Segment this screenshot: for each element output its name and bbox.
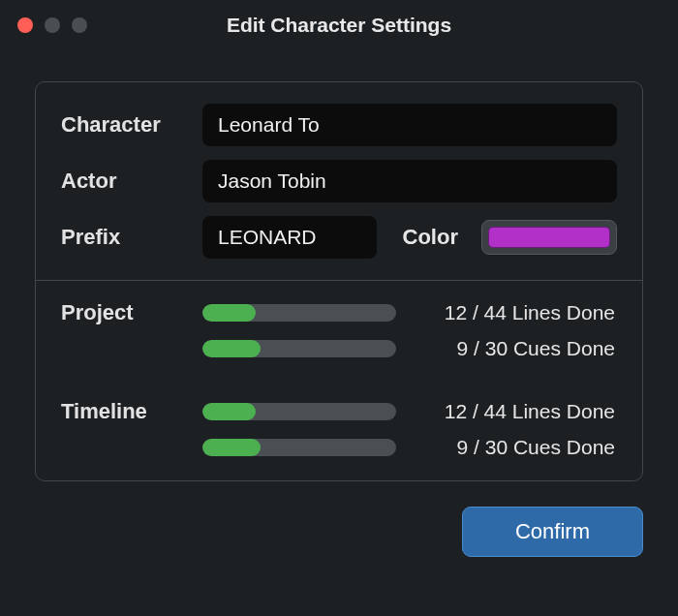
project-lines-fill — [202, 304, 256, 322]
content-area: Character Actor Prefix Color Project 12 … — [0, 50, 678, 616]
character-label: Character — [61, 112, 202, 138]
project-cues-fill — [202, 340, 261, 357]
divider — [36, 280, 642, 281]
character-input[interactable] — [202, 104, 617, 146]
project-lines-bar — [202, 304, 396, 322]
prefix-row: Prefix Color — [61, 216, 617, 259]
timeline-cues-text: 9 / 30 Cues Done — [406, 436, 617, 459]
color-picker[interactable] — [481, 220, 617, 255]
actor-label: Actor — [61, 169, 202, 194]
character-row: Character — [61, 104, 617, 146]
project-cues-bar — [202, 340, 396, 357]
window-controls — [17, 17, 87, 33]
project-label: Project — [61, 300, 202, 325]
progress-section: Project 12 / 44 Lines Done 9 / 30 Cues D… — [61, 300, 617, 459]
color-label: Color — [377, 225, 481, 250]
window-title: Edit Character Settings — [0, 14, 678, 37]
settings-panel: Character Actor Prefix Color Project 12 … — [35, 81, 643, 481]
prefix-label: Prefix — [61, 225, 202, 250]
close-icon[interactable] — [17, 17, 33, 33]
minimize-icon[interactable] — [45, 17, 60, 33]
project-cues-text: 9 / 30 Cues Done — [406, 337, 617, 360]
project-lines-text: 12 / 44 Lines Done — [406, 301, 617, 324]
zoom-icon[interactable] — [72, 17, 87, 33]
actor-row: Actor — [61, 160, 617, 202]
actor-input[interactable] — [202, 160, 617, 202]
color-swatch — [488, 227, 610, 248]
timeline-label: Timeline — [61, 399, 202, 424]
prefix-input[interactable] — [202, 216, 377, 259]
timeline-cues-fill — [202, 439, 261, 456]
timeline-lines-fill — [202, 403, 256, 420]
titlebar: Edit Character Settings — [0, 0, 678, 50]
timeline-cues-bar — [202, 439, 396, 456]
footer: Confirm — [35, 507, 643, 557]
timeline-lines-bar — [202, 403, 396, 420]
confirm-button[interactable]: Confirm — [462, 507, 643, 557]
timeline-lines-text: 12 / 44 Lines Done — [406, 400, 617, 423]
